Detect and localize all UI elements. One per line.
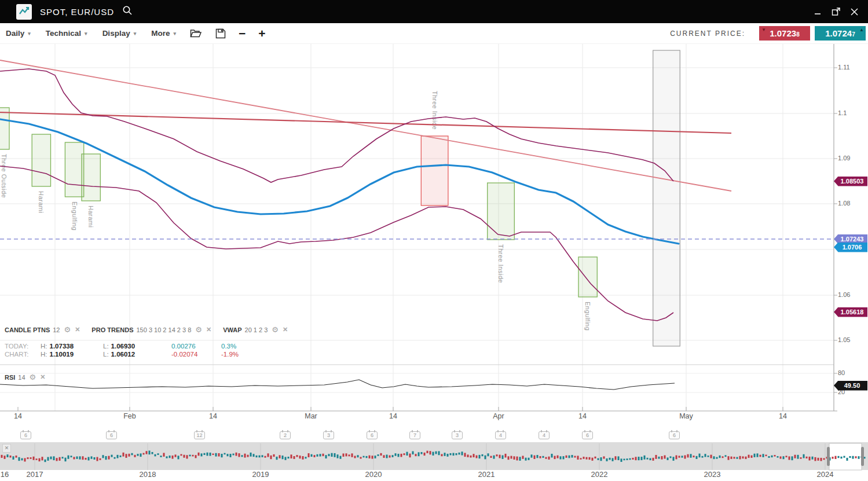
pattern-label: Engulfing [71,201,78,230]
chart-low-value: 1.06012 [111,351,135,358]
today-change-percent: 0.3% [221,343,250,350]
time-axis-label: Apr [486,412,511,420]
price-marker-badge: 1.05618 [834,307,867,317]
zoom-in-button[interactable]: + [258,28,265,39]
current-period-highlight-box [653,50,680,346]
pattern-count-calendar-badge[interactable]: 6 [20,431,31,439]
price-axis-label: 1.08 [838,200,850,207]
vwap-upper-band-line [0,69,673,182]
menu-display[interactable]: Display▾ [102,29,137,38]
candle-ptns-settings-gear-icon[interactable]: ⚙ [64,325,71,334]
pattern-label: Three Inside [497,244,504,283]
moving-average-line [0,119,679,244]
candle-ptns-remove-icon[interactable]: ✕ [75,326,80,333]
pattern-count-calendar-badge[interactable]: 4 [495,431,506,439]
save-icon[interactable] [215,28,226,39]
current-price-cluster: CURRENT PRICE: ▼ 1.07238 1.07247 ▲ [670,26,866,41]
pattern-box[interactable] [421,136,448,205]
stats-row-chart: CHART: H:1.10019 L:1.06012 -0.02074 -1.9… [5,350,250,358]
minimize-icon[interactable] [814,8,822,16]
time-axis-label: May [673,412,699,420]
navigator-left-handle[interactable] [827,447,830,466]
navigator-year-label: 2020 [359,470,388,479]
bid-price-badge[interactable]: ▼ 1.07238 [759,26,810,41]
chart-label: CHART: [5,351,41,358]
pattern-box[interactable] [578,257,597,297]
pattern-box[interactable] [65,142,83,197]
navigator-selection-window[interactable] [829,443,862,470]
pattern-count-calendar-badge[interactable]: 6 [669,431,680,439]
today-low-value: 1.06930 [111,343,135,350]
pattern-count-calendar-badge[interactable]: 6 [106,431,117,439]
chart-low-key: L: [103,351,109,358]
pattern-count-calendar-badge[interactable]: 6 [582,431,593,439]
chevron-down-icon: ▾ [134,31,137,36]
navigator-year-label: 2021 [472,470,501,479]
pattern-count-calendar-badge[interactable]: 7 [409,431,420,439]
pattern-label: Three Inside [431,91,438,130]
time-axis-label: 14 [380,412,406,420]
pro-trends-remove-icon[interactable]: ✕ [206,326,211,333]
trendline-primary[interactable] [0,112,731,133]
close-icon[interactable] [850,8,859,16]
rsi-line [0,380,675,390]
today-high-key: H: [41,343,47,350]
rsi-remove-icon[interactable]: ✕ [40,373,45,381]
navigator-year-label: 2019 [246,470,275,479]
legend-candle-ptns-name: CANDLE PTNS [5,326,50,333]
title-bar: SPOT, EUR/USD [0,0,868,23]
trading-app-window: Three OutsideHaramiEngulfingHaramiThree … [0,0,868,481]
pattern-label: Engulfing [584,302,591,331]
zoom-out-button[interactable]: − [239,28,246,39]
pattern-label: Harami [87,205,94,227]
chart-area[interactable]: Three OutsideHaramiEngulfingHaramiThree … [0,0,868,481]
chevron-down-icon: ▾ [85,31,87,36]
navigator-close-button[interactable]: ✕ [2,444,11,453]
pattern-count-calendar-badge[interactable]: 3 [452,431,463,439]
time-axis-label: 14 [5,412,31,420]
today-low-key: L: [103,343,109,350]
time-axis-label: Feb [117,412,142,420]
today-label: TODAY: [5,343,41,350]
menu-timeframe[interactable]: Daily▾ [6,29,31,38]
menu-technical[interactable]: Technical▾ [46,29,87,38]
price-marker-badge: 49.50 [834,381,867,391]
pro-trends-settings-gear-icon[interactable]: ⚙ [195,325,202,334]
pattern-count-calendar-badge[interactable]: 2 [280,431,291,439]
trendline-secondary[interactable] [0,60,731,191]
price-axis-label: 1.09 [838,155,850,161]
today-change-value: 0.00276 [171,343,221,350]
vwap-settings-gear-icon[interactable]: ⚙ [272,325,279,334]
price-axis-label: 1.06 [838,291,850,298]
ask-price-badge[interactable]: 1.07247 ▲ [815,26,866,41]
search-icon[interactable] [122,5,133,18]
today-high-value: 1.07338 [50,343,74,350]
chart-high-key: H: [41,351,47,358]
price-axis-label: 1.05 [838,336,850,343]
chart-high-value: 1.10019 [50,351,74,358]
current-price-label: CURRENT PRICE: [670,30,745,38]
pattern-count-calendar-badge[interactable]: 6 [367,431,378,439]
pattern-box[interactable] [82,154,100,201]
price-marker-badge: 1.08503 [834,177,867,186]
navigator-year-label: 2023 [698,470,727,479]
arrow-up-icon: ▲ [859,27,864,32]
popout-icon[interactable] [832,7,841,16]
navigator-right-handle[interactable] [861,447,864,466]
pattern-box[interactable] [32,134,50,186]
pattern-count-calendar-badge[interactable]: 12 [194,431,205,439]
pattern-count-calendar-badge[interactable]: 3 [323,431,334,439]
pattern-box[interactable] [0,108,9,149]
pattern-count-calendar-badge[interactable]: 4 [539,431,550,439]
open-folder-icon[interactable] [190,28,202,38]
navigator-background[interactable] [0,443,868,470]
vwap-remove-icon[interactable]: ✕ [283,326,288,333]
navigator-year-label: 2017 [20,470,49,479]
legend-pro-trends-name: PRO TRENDS [91,326,133,333]
candlestick-chart-canvas[interactable]: Three OutsideHaramiEngulfingHaramiThree … [0,0,868,481]
app-chart-icon [16,4,32,20]
pattern-box[interactable] [488,183,515,240]
rsi-settings-gear-icon[interactable]: ⚙ [30,373,36,381]
menu-more[interactable]: More▾ [151,29,176,38]
navigator-year-label: 16 [0,470,19,479]
